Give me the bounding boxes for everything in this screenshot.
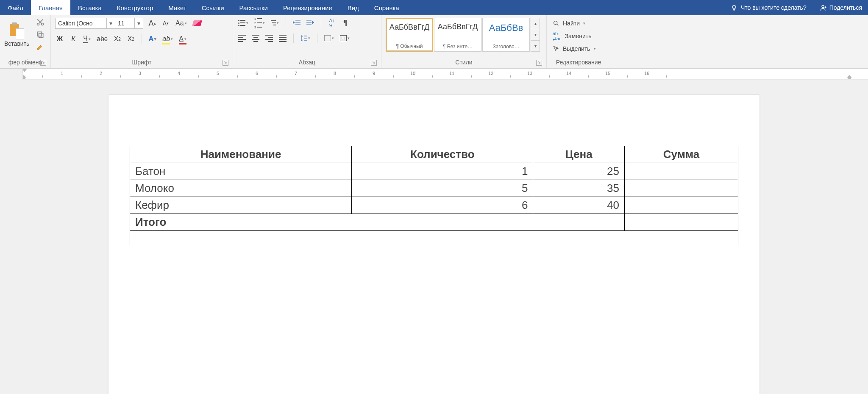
hanging-indent-marker[interactable] [23, 75, 26, 79]
sort-button[interactable]: A↓Я [327, 18, 337, 28]
tab-insert[interactable]: Вставка [70, 0, 109, 15]
share-button[interactable]: Поделиться [814, 0, 868, 15]
table-cell[interactable]: Кефир [130, 197, 352, 214]
table-row[interactable] [130, 231, 738, 245]
chevron-down-icon[interactable]: ▾ [106, 18, 115, 28]
align-left-button[interactable] [237, 33, 247, 43]
align-justify-button[interactable] [278, 33, 287, 43]
table-total-row[interactable]: Итого [130, 214, 738, 231]
underline-button[interactable]: Ч [82, 34, 92, 44]
clear-format-button[interactable] [192, 18, 202, 28]
multilevel-button[interactable] [270, 18, 280, 28]
cut-icon[interactable] [36, 18, 45, 26]
tab-view[interactable]: Вид [340, 0, 367, 15]
paste-button[interactable]: Вставить [4, 22, 29, 47]
table-cell[interactable]: Батон [130, 163, 352, 180]
table-cell[interactable]: 25 [533, 163, 625, 180]
copy-icon[interactable] [36, 31, 45, 39]
outdent-button[interactable] [292, 18, 301, 28]
select-button[interactable]: Выделить ▾ [551, 43, 606, 54]
style-heading1[interactable]: АаБбВв Заголово… [482, 18, 530, 52]
align-center-button[interactable] [251, 33, 260, 43]
table-cell[interactable]: 35 [533, 180, 625, 197]
styles-launcher[interactable]: ↘ [536, 60, 542, 66]
highlight-button[interactable]: ab [161, 34, 174, 44]
font-size-value[interactable]: 11 [115, 20, 134, 27]
text-effects-button[interactable]: A [148, 34, 158, 44]
table-header-row[interactable]: Наименование Количество Цена Сумма [130, 146, 738, 163]
align-right-icon [265, 35, 273, 42]
align-right-button[interactable] [264, 33, 274, 43]
tell-me-search[interactable]: Что вы хотите сделать? [723, 0, 814, 15]
table-cell[interactable]: 6 [352, 197, 533, 214]
chevron-down-icon[interactable]: ▾ [134, 18, 143, 28]
font-name-combo[interactable]: Calibri (Осно ▾ 11 ▾ [55, 18, 143, 29]
show-marks-button[interactable]: ¶ [341, 18, 350, 28]
style-no-spacing[interactable]: АаБбВвГгД ¶ Без инте… [434, 18, 481, 52]
numbering-button[interactable]: 123 [253, 18, 266, 28]
table-cell[interactable]: 5 [352, 180, 533, 197]
ruler-number: 8 [334, 71, 336, 76]
document-table[interactable]: Наименование Количество Цена Сумма Батон… [130, 146, 738, 245]
horizontal-ruler[interactable]: 12345678910111213141516 [23, 69, 868, 80]
shrink-font-button[interactable]: A▾ [161, 18, 170, 28]
styles-up-button[interactable]: ▴ [531, 18, 540, 29]
style-preview: АаБбВвГгД [388, 20, 431, 32]
ruler-number: 2 [100, 71, 102, 76]
tab-design[interactable]: Конструктор [109, 0, 161, 15]
table-header[interactable]: Сумма [625, 146, 738, 163]
change-case-button[interactable]: Aa [175, 18, 188, 28]
tab-references[interactable]: Ссылки [194, 0, 232, 15]
first-line-indent-marker[interactable] [23, 69, 27, 72]
shading-button[interactable] [323, 33, 335, 43]
line-spacing-button[interactable] [300, 33, 311, 43]
group-label-styles: Стили↘ [386, 57, 542, 68]
table-cell[interactable] [625, 197, 738, 214]
tab-home[interactable]: Главная [31, 0, 70, 15]
table-cell[interactable] [625, 163, 738, 180]
table-row[interactable]: Молоко 5 35 [130, 180, 738, 197]
table-cell[interactable]: 1 [352, 163, 533, 180]
indent-button[interactable] [306, 18, 315, 28]
italic-button[interactable]: К [69, 34, 78, 44]
bold-button[interactable]: Ж [55, 34, 64, 44]
table-header[interactable]: Наименование [130, 146, 352, 163]
bullets-button[interactable] [237, 18, 249, 28]
table-cell[interactable] [625, 180, 738, 197]
tab-mailings[interactable]: Рассылки [232, 0, 275, 15]
styles-down-button[interactable]: ▾ [531, 29, 540, 40]
table-total-label[interactable]: Итого [130, 214, 625, 231]
font-color-button[interactable]: A [178, 34, 187, 44]
format-painter-icon[interactable] [36, 43, 45, 52]
page[interactable]: Наименование Количество Цена Сумма Батон… [108, 95, 760, 394]
table-header[interactable]: Цена [533, 146, 625, 163]
table-row[interactable]: Батон 1 25 [130, 163, 738, 180]
replace-button[interactable]: ab⇄ac Заменить [551, 31, 606, 42]
table-header[interactable]: Количество [352, 146, 533, 163]
styles-gallery: АаБбВвГгД ¶ Обычный АаБбВвГгД ¶ Без инте… [386, 18, 540, 52]
align-justify-icon [279, 35, 287, 42]
paragraph-launcher[interactable]: ↘ [371, 60, 377, 66]
table-cell[interactable]: 40 [533, 197, 625, 214]
tab-layout[interactable]: Макет [161, 0, 194, 15]
table-cell[interactable]: Молоко [130, 180, 352, 197]
tab-file[interactable]: Файл [0, 0, 31, 15]
ruler-number: 3 [139, 71, 141, 76]
clipboard-launcher[interactable]: ↘ [40, 60, 46, 66]
styles-more-button[interactable]: ▾ [531, 41, 540, 51]
font-launcher[interactable]: ↘ [223, 60, 228, 66]
table-cell[interactable] [625, 214, 738, 231]
style-normal[interactable]: АаБбВвГгД ¶ Обычный [386, 18, 433, 52]
replace-label: Заменить [565, 33, 592, 39]
paste-icon [10, 22, 24, 39]
strike-button[interactable]: abc [96, 34, 108, 44]
tab-help[interactable]: Справка [367, 0, 407, 15]
tab-review[interactable]: Рецензирование [275, 0, 340, 15]
subscript-button[interactable]: X2 [113, 34, 122, 44]
superscript-button[interactable]: X2 [126, 34, 136, 44]
table-row[interactable]: Кефир 6 40 [130, 197, 738, 214]
borders-button[interactable] [339, 33, 351, 43]
find-button[interactable]: Найти ▾ [551, 18, 606, 29]
grow-font-button[interactable]: A▴ [147, 18, 157, 28]
right-indent-marker[interactable] [847, 75, 852, 79]
